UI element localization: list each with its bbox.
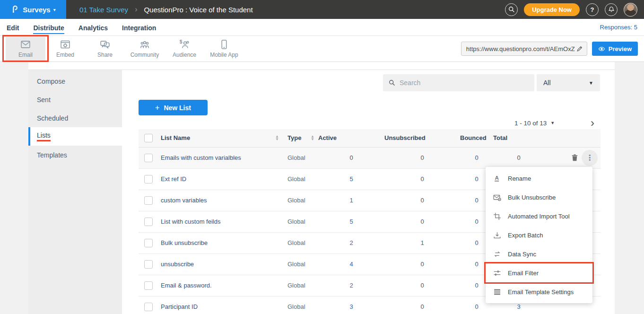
list-name-link[interactable]: Bulk unsubscribe	[161, 239, 208, 246]
new-list-label: New List	[164, 104, 191, 112]
delete-trash-icon[interactable]	[571, 154, 579, 162]
channel-tab-community[interactable]: Community	[125, 37, 165, 61]
active-count[interactable]: 5	[349, 218, 353, 225]
sidebar-item-label: Sent	[37, 96, 51, 104]
bounced-count: 0	[475, 261, 478, 268]
row-checkbox[interactable]	[144, 154, 153, 162]
new-list-button[interactable]: + New List	[139, 100, 208, 115]
brand-surveys-menu[interactable]: Surveys ▾	[0, 0, 66, 19]
total-count[interactable]: 3	[517, 303, 520, 310]
upgrade-now-button[interactable]: Upgrade Now	[524, 3, 580, 16]
more-options-kebab-icon[interactable]: ⋮	[582, 150, 598, 166]
list-name-link[interactable]: Ext ref ID	[161, 175, 186, 183]
nav-tab-distribute[interactable]: Distribute	[33, 20, 64, 34]
list-type: Global	[287, 197, 305, 204]
nav-tab-edit[interactable]: Edit	[7, 20, 19, 34]
sidebar-item-compose[interactable]: Compose	[28, 72, 122, 90]
channel-tab-embed[interactable]: Embed	[45, 37, 85, 61]
breadcrumb: 01 Take Survey › QuestionPro : Voice of …	[79, 5, 253, 14]
search-icon[interactable]	[505, 3, 518, 16]
unsubscribed-count: 0	[420, 197, 424, 204]
user-avatar[interactable]	[624, 3, 637, 17]
active-count[interactable]: 1	[349, 197, 353, 204]
active-count[interactable]: 5	[349, 175, 353, 183]
row-checkbox[interactable]	[144, 196, 153, 205]
edit-url-pencil-icon[interactable]	[576, 45, 583, 52]
sidebar-item-templates[interactable]: Templates	[28, 146, 122, 164]
column-total: Total	[493, 129, 544, 147]
column-unsubscribed: Unsubscribed	[384, 129, 460, 147]
filter-value: All	[543, 79, 551, 87]
row-checkbox[interactable]	[144, 175, 153, 183]
sidebar-item-label: Templates	[37, 151, 67, 159]
active-count[interactable]: 3	[349, 303, 353, 310]
chevron-down-icon: ▼	[589, 80, 593, 86]
survey-url-input[interactable]	[466, 45, 576, 52]
template-settings-icon	[493, 288, 501, 296]
bounced-count: 0	[475, 175, 478, 183]
row-actions: ⋮	[544, 150, 600, 166]
channel-tab-label: Share	[97, 52, 113, 58]
menu-item-bulk-unsubscribe[interactable]: Bulk Unsubscribe	[486, 188, 592, 207]
list-type: Global	[287, 239, 305, 246]
list-name-link[interactable]: custom variables	[161, 197, 207, 204]
breadcrumb-survey-link[interactable]: 01 Take Survey	[79, 6, 128, 14]
notifications-bell-icon[interactable]	[605, 3, 618, 16]
search-field[interactable]	[383, 74, 534, 91]
menu-item-export-batch[interactable]: Export Batch	[486, 226, 592, 244]
search-input[interactable]	[400, 79, 529, 87]
channel-tab-audience[interactable]: $Audience	[165, 37, 204, 61]
sort-icon[interactable]: ▲▼	[275, 135, 279, 141]
menu-item-email-filter[interactable]: Email Filter	[486, 263, 592, 282]
bounced-count: 0	[475, 197, 478, 204]
survey-url-field[interactable]	[461, 42, 587, 56]
row-checkbox[interactable]	[144, 281, 153, 290]
menu-item-data-sync[interactable]: Data Sync	[486, 244, 592, 263]
pagination-range-dropdown[interactable]: 1 - 10 of 13 ▼	[514, 120, 555, 127]
menu-item-email-template-settings[interactable]: Email Template Settings	[486, 282, 592, 301]
filter-dropdown[interactable]: All ▼	[537, 74, 600, 91]
menu-item-label: Data Sync	[508, 251, 536, 258]
bounced-count: 0	[475, 282, 478, 289]
responses-count[interactable]: Responses: 5	[600, 24, 638, 31]
nav-tab-analytics[interactable]: Analytics	[78, 20, 108, 34]
help-icon[interactable]: ?	[586, 3, 599, 16]
row-checkbox[interactable]	[144, 239, 153, 247]
plus-icon: +	[155, 104, 159, 112]
unsubscribed-count[interactable]: 1	[420, 239, 424, 246]
select-all-checkbox[interactable]	[144, 134, 153, 142]
sidebar-item-scheduled[interactable]: Scheduled	[28, 109, 122, 127]
row-checkbox[interactable]	[144, 260, 153, 269]
table-row: Emails with custom varialblesGlobal0000⋮	[139, 147, 600, 168]
questionpro-logo-icon	[10, 5, 19, 14]
channel-tab-label: Audience	[173, 52, 196, 58]
row-checkbox[interactable]	[144, 218, 153, 226]
sidebar-item-sent[interactable]: Sent	[28, 90, 122, 109]
active-count[interactable]: 4	[349, 261, 353, 268]
menu-item-automated-import-tool[interactable]: Automated Import Tool	[486, 207, 592, 226]
content-panel: ComposeSentScheduledListsTemplates All ▼…	[28, 62, 615, 314]
list-name-link[interactable]: List with custom feilds	[161, 218, 220, 225]
list-name-link[interactable]: Email & password.	[161, 282, 212, 289]
active-count[interactable]: 2	[349, 239, 353, 246]
nav-tab-integration[interactable]: Integration	[122, 20, 156, 34]
sort-icon[interactable]: ▲▼	[311, 135, 314, 141]
sidebar-item-lists[interactable]: Lists	[28, 127, 122, 146]
table-header-row: List Name▲▼ Type▲▼ Active Unsubscribed B…	[139, 129, 600, 147]
total-count: 0	[517, 154, 520, 161]
preview-button[interactable]: Preview	[592, 42, 638, 56]
bounced-count: 0	[475, 239, 478, 246]
column-active: Active	[318, 129, 384, 147]
list-name-link[interactable]: Participant ID	[161, 303, 198, 310]
menu-item-rename[interactable]: ARename	[486, 169, 592, 188]
channel-tab-mobile-app[interactable]: Mobile App	[204, 37, 244, 61]
list-type: Global	[287, 175, 305, 183]
next-page-icon[interactable]: ›	[591, 118, 600, 128]
active-count[interactable]: 2	[349, 282, 353, 289]
list-name-link[interactable]: Emails with custom varialbles	[161, 154, 241, 161]
list-name-link[interactable]: unsubscribe	[161, 261, 194, 268]
channel-tab-email[interactable]: Email	[6, 37, 45, 61]
channel-tab-share[interactable]: Share	[85, 37, 125, 61]
row-checkbox[interactable]	[144, 303, 153, 311]
menu-item-label: Rename	[508, 175, 531, 182]
